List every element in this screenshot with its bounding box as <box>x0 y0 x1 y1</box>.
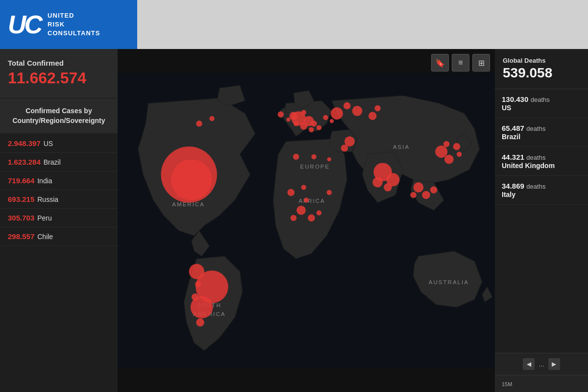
svg-point-10 <box>171 159 212 200</box>
svg-point-34 <box>422 191 430 199</box>
main-layout: Total Confirmed 11.662.574 Confirmed Cas… <box>0 49 588 392</box>
scale-label: 15M <box>502 381 512 387</box>
logo-uc-letters: UC <box>8 12 41 37</box>
country-list-item[interactable]: 693.215Russia <box>0 190 118 209</box>
svg-point-32 <box>384 183 392 192</box>
svg-point-28 <box>341 145 348 152</box>
country-value: 719.664 <box>8 176 34 185</box>
global-deaths-label: Global Deaths <box>503 57 580 64</box>
logo-box: UC UNITED RISK CONSULTANTS <box>0 0 137 49</box>
death-label: deaths <box>531 96 550 103</box>
svg-point-47 <box>323 115 328 120</box>
bookmark-button[interactable]: 🔖 <box>431 54 449 72</box>
svg-point-45 <box>304 197 309 202</box>
death-label: deaths <box>526 154 545 161</box>
svg-point-19 <box>294 121 298 126</box>
svg-point-38 <box>444 155 454 164</box>
total-confirmed-box: Total Confirmed 11.662.574 <box>0 49 118 98</box>
logo-text: UNITED RISK CONSULTANTS <box>48 11 100 38</box>
death-list-item: 44.321 deathsUnited Kingdom <box>495 147 588 176</box>
svg-point-46 <box>317 210 321 215</box>
svg-point-51 <box>330 119 334 123</box>
svg-point-42 <box>296 206 306 215</box>
country-value: 2.948.397 <box>8 139 41 147</box>
global-deaths-box: Global Deaths 539.058 <box>495 49 588 89</box>
map-area: 🔖 ≡ ⊞ <box>118 49 495 392</box>
svg-point-59 <box>209 116 214 121</box>
deaths-list: 130.430 deathsUS65.487 deathsBrazil44.32… <box>495 89 588 353</box>
death-value: 65.487 <box>502 124 524 132</box>
svg-point-57 <box>327 157 331 161</box>
country-name: Brazil <box>44 158 61 166</box>
svg-point-40 <box>443 141 449 147</box>
death-country: US <box>502 104 581 112</box>
svg-point-17 <box>300 122 308 130</box>
sidebar: Total Confirmed 11.662.574 Confirmed Cas… <box>0 49 118 392</box>
svg-point-22 <box>331 107 343 120</box>
page-dots: ... <box>539 360 544 368</box>
svg-point-41 <box>457 152 462 157</box>
svg-point-52 <box>288 189 295 196</box>
svg-point-50 <box>286 118 290 122</box>
country-list-item[interactable]: 305.703Peru <box>0 209 118 227</box>
death-country: United Kingdom <box>502 162 581 170</box>
svg-point-62 <box>195 281 201 287</box>
country-value: 1.623.284 <box>8 158 41 166</box>
svg-point-39 <box>453 143 461 150</box>
death-label: deaths <box>526 183 545 190</box>
svg-point-56 <box>311 154 316 159</box>
svg-point-16 <box>290 112 298 120</box>
header: UC UNITED RISK CONSULTANTS <box>0 0 588 49</box>
svg-point-23 <box>352 106 363 116</box>
country-list-item[interactable]: 1.623.284Brazil <box>0 153 118 172</box>
next-page-button[interactable]: ▶ <box>548 358 560 370</box>
svg-point-36 <box>410 192 416 198</box>
svg-point-18 <box>311 121 317 126</box>
svg-text:AFRICA: AFRICA <box>298 198 325 204</box>
svg-point-33 <box>414 182 424 193</box>
country-list-item[interactable]: 719.664India <box>0 172 118 190</box>
country-list: 2.948.397US1.623.284Brazil719.664India69… <box>0 134 118 392</box>
death-value: 44.321 <box>502 153 524 161</box>
svg-point-21 <box>278 111 284 117</box>
svg-point-60 <box>196 318 204 327</box>
scale-box: 15M <box>495 375 588 392</box>
svg-point-37 <box>435 146 447 158</box>
svg-point-24 <box>368 112 377 120</box>
prev-page-button[interactable]: ◀ <box>523 358 535 370</box>
svg-point-25 <box>343 102 351 110</box>
country-name: US <box>44 140 53 147</box>
svg-point-49 <box>309 127 314 132</box>
confirmed-cases-header: Confirmed Cases by Country/Region/Sovere… <box>0 98 118 133</box>
country-name: Peru <box>37 214 52 222</box>
svg-point-20 <box>317 125 321 130</box>
country-list-item[interactable]: 298.557Chile <box>0 227 118 246</box>
right-panel: Global Deaths 539.058 130.430 deathsUS65… <box>495 49 588 392</box>
list-button[interactable]: ≡ <box>452 54 469 72</box>
svg-text:EUROPE: EUROPE <box>300 164 330 170</box>
country-list-item[interactable]: 2.948.397US <box>0 134 118 153</box>
svg-point-54 <box>327 190 332 195</box>
world-map: NORTH AMERICA SOUTH AMERICA EUROPE AFRIC… <box>118 49 495 392</box>
svg-text:ASIA: ASIA <box>393 144 410 150</box>
svg-point-61 <box>192 294 199 301</box>
svg-point-53 <box>301 185 306 190</box>
svg-point-31 <box>372 177 383 188</box>
svg-text:AUSTRALIA: AUSTRALIA <box>429 279 469 285</box>
death-list-item: 130.430 deathsUS <box>495 89 588 118</box>
global-deaths-value: 539.058 <box>503 65 580 81</box>
country-name: Russia <box>37 196 58 203</box>
death-label: deaths <box>526 125 545 132</box>
grid-button[interactable]: ⊞ <box>472 54 490 72</box>
svg-point-26 <box>374 105 380 111</box>
country-value: 305.703 <box>8 214 34 222</box>
svg-point-13 <box>189 264 204 279</box>
svg-point-44 <box>291 215 296 221</box>
death-value: 130.430 <box>502 95 528 103</box>
deaths-pagination: ◀ ... ▶ <box>495 353 588 375</box>
total-confirmed-label: Total Confirmed <box>8 59 110 67</box>
map-toolbar: 🔖 ≡ ⊞ <box>431 54 490 72</box>
country-value: 298.557 <box>8 232 34 241</box>
svg-point-43 <box>308 215 315 222</box>
death-list-item: 34.869 deathsItaly <box>495 176 588 205</box>
